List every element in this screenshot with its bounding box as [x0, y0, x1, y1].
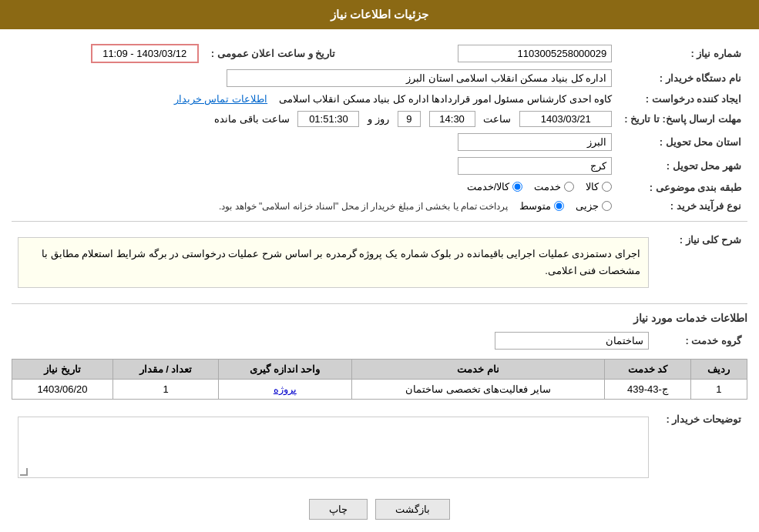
col-service-name: نام خدمت	[351, 360, 604, 380]
category-goods-label: کالا	[586, 181, 599, 192]
announcement-label: تاریخ و ساعت اعلان عمومی :	[205, 41, 351, 66]
buyer-org-field: اداره کل بنیاد مسکن انقلاب اسلامی استان …	[227, 69, 612, 87]
page-header: جزئیات اطلاعات نیاز	[0, 0, 759, 29]
col-unit: واحد اندازه گیری	[218, 360, 351, 380]
content-area: شماره نیاز : 1103005258000029 تاریخ و سا…	[0, 29, 759, 532]
resize-handle	[20, 468, 28, 476]
creator-text: کاوه احدی کارشناس مسئول امور قراردادها ا…	[279, 93, 613, 105]
description-label: شرح کلی نیاز :	[655, 228, 747, 297]
creator-value: کاوه احدی کارشناس مسئول امور قراردادها ا…	[12, 90, 618, 108]
category-radio-service[interactable]: خدمت	[534, 181, 574, 192]
col-date: تاریخ نیاز	[12, 360, 113, 380]
deadline-date-field: 1403/03/21	[519, 111, 612, 127]
divider-1	[12, 221, 747, 222]
cell-name: سایر فعالیت‌های تخصصی ساختمان	[351, 380, 604, 400]
buttons-row: بازگشت چاپ	[12, 499, 747, 520]
process-small-label: جزیی	[576, 200, 599, 212]
process-medium-label: متوسط	[519, 200, 551, 212]
buyer-desc-cell	[12, 407, 655, 487]
process-radio-medium-input[interactable]	[554, 201, 564, 211]
deadline-time-label: ساعت	[483, 113, 511, 125]
process-label: نوع فرآیند خرید :	[618, 197, 747, 215]
service-group-table: گروه خدمت : ساختمان	[12, 329, 747, 353]
category-radio-goods-input[interactable]	[602, 182, 612, 192]
deadline-time-field: 14:30	[429, 111, 475, 127]
process-radio-medium[interactable]: متوسط	[519, 200, 564, 212]
category-label: طبقه بندی موضوعی :	[618, 178, 747, 197]
description-table: شرح کلی نیاز : اجرای دستمزدی عملیات اجرا…	[12, 228, 747, 297]
print-button[interactable]: چاپ	[309, 499, 368, 520]
category-radio-goods[interactable]: کالا	[586, 181, 612, 192]
deadline-days-field: 9	[398, 111, 421, 127]
buyer-desc-table: توضیحات خریدار :	[12, 407, 747, 487]
cell-date: 1403/06/20	[12, 380, 113, 400]
deadline-remaining-field: 01:51:30	[297, 111, 359, 127]
category-radio-service-input[interactable]	[564, 182, 574, 192]
service-group-label: گروه خدمت :	[655, 329, 747, 353]
description-cell: اجرای دستمزدی عملیات اجرایی باقیمانده در…	[12, 228, 655, 297]
city-value: کرج	[12, 154, 618, 178]
deadline-days-text: روز و	[368, 113, 389, 125]
contact-link[interactable]: اطلاعات تماس خریدار	[174, 93, 267, 105]
col-service-code: کد خدمت	[605, 360, 690, 380]
deadline-remaining-text: ساعت باقی مانده	[214, 113, 289, 125]
province-label: استان محل تحویل :	[618, 130, 747, 154]
announcement-date-field: 1403/03/12 - 11:09	[91, 44, 199, 63]
category-both-label: کالا/خدمت	[467, 181, 510, 192]
city-field: کرج	[458, 157, 612, 175]
creator-label: ایجاد کننده درخواست :	[618, 90, 747, 108]
service-group-field: ساختمان	[495, 332, 649, 350]
cell-row: 1	[690, 380, 747, 400]
category-radios: کالا خدمت کالا/خدمت	[12, 178, 618, 197]
reference-number-field: 1103005258000029	[458, 45, 612, 62]
process-note: پرداخت تمام یا بخشی از مبلغ خریدار از مح…	[219, 201, 508, 212]
buyer-desc-box[interactable]	[18, 417, 649, 478]
announcement-value: 1403/03/12 - 11:09	[12, 41, 205, 66]
back-button[interactable]: بازگشت	[375, 499, 450, 520]
province-field: البرز	[458, 133, 612, 151]
category-radio-both-input[interactable]	[512, 182, 522, 192]
divider-2	[12, 303, 747, 304]
cell-code: ج-43-439	[605, 380, 690, 400]
description-box: اجرای دستمزدی عملیات اجرایی باقیمانده در…	[18, 237, 649, 288]
buyer-desc-label: توضیحات خریدار :	[655, 407, 747, 487]
table-row: 1 ج-43-439 سایر فعالیت‌های تخصصی ساختمان…	[12, 380, 747, 400]
cell-unit[interactable]: پروژه	[218, 380, 351, 400]
process-radio-small-input[interactable]	[602, 201, 612, 211]
services-section-title: اطلاعات خدمات مورد نیاز	[12, 312, 747, 324]
info-table: شماره نیاز : 1103005258000029 تاریخ و سا…	[12, 41, 747, 215]
col-row-number: ردیف	[690, 360, 747, 380]
deadline-row: 1403/03/21 ساعت 14:30 9 روز و 01:51:30 س…	[12, 108, 618, 130]
process-row: جزیی متوسط پرداخت تمام یا بخشی از مبلغ خ…	[12, 197, 618, 215]
process-radio-small[interactable]: جزیی	[576, 200, 612, 212]
province-value: البرز	[12, 130, 618, 154]
category-radio-both[interactable]: کالا/خدمت	[467, 181, 523, 192]
reference-number-value: 1103005258000029	[351, 41, 618, 66]
buyer-org-value: اداره کل بنیاد مسکن انقلاب اسلامی استان …	[12, 66, 618, 90]
page-title: جزئیات اطلاعات نیاز	[331, 8, 428, 21]
cell-quantity: 1	[113, 380, 219, 400]
service-group-value: ساختمان	[12, 329, 655, 353]
category-service-label: خدمت	[534, 181, 561, 192]
deadline-label: مهلت ارسال پاسخ: تا تاریخ :	[618, 108, 747, 130]
services-table: ردیف کد خدمت نام خدمت واحد اندازه گیری ت…	[12, 359, 747, 400]
page-wrapper: جزئیات اطلاعات نیاز شماره نیاز : 1103005…	[0, 0, 759, 532]
city-label: شهر محل تحویل :	[618, 154, 747, 178]
col-quantity: تعداد / مقدار	[113, 360, 219, 380]
buyer-org-label: نام دستگاه خریدار :	[618, 66, 747, 90]
reference-number-label: شماره نیاز :	[618, 41, 747, 66]
